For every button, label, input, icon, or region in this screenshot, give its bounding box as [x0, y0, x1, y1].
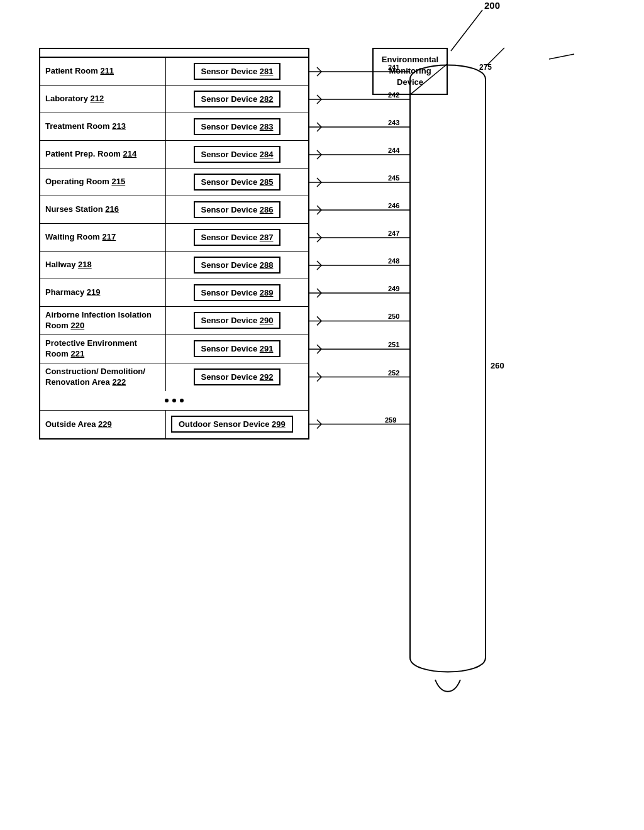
emd-box: EnvironmentalMonitoringDevice: [372, 48, 448, 95]
sensor-cell-10: Sensor Device 291: [166, 335, 308, 363]
svg-text:252: 252: [388, 369, 399, 377]
sensor-cell-6: Sensor Device 287: [166, 224, 308, 251]
sensor-box-7: Sensor Device 288: [194, 257, 281, 274]
room-cell-10: Protective Environment Room 221: [40, 335, 166, 363]
svg-text:251: 251: [388, 341, 399, 348]
outdoor-row: Outside Area 229 Outdoor Sensor Device 2…: [40, 411, 308, 438]
room-cell-3: Patient Prep. Room 214: [40, 141, 166, 168]
outdoor-sensor-cell: Outdoor Sensor Device 299: [166, 411, 308, 438]
emd-title: EnvironmentalMonitoringDevice: [382, 55, 438, 87]
room-name-10: Protective Environment Room 221: [45, 338, 160, 360]
room-name-0: Patient Room 211: [45, 66, 114, 77]
sensor-cell-9: Sensor Device 290: [166, 307, 308, 335]
sensor-cell-8: Sensor Device 289: [166, 279, 308, 306]
main-layout: Patient Room 211Sensor Device 281Laborat…: [39, 48, 605, 440]
sensor-box-3: Sensor Device 284: [194, 146, 281, 163]
room-cell-2: Treatment Room 213: [40, 113, 166, 140]
room-name-1: Laboratory 212: [45, 94, 104, 104]
dots-row: [40, 391, 308, 411]
sensor-cell-0: Sensor Device 281: [166, 58, 308, 85]
sensor-cell-3: Sensor Device 284: [166, 141, 308, 168]
svg-text:275: 275: [479, 63, 492, 72]
facility-row-3: Patient Prep. Room 214Sensor Device 284: [40, 141, 308, 169]
svg-text:246: 246: [388, 202, 399, 209]
svg-text:243: 243: [388, 119, 399, 126]
outdoor-area-name: Outside Area 229: [45, 419, 112, 429]
svg-text:247: 247: [388, 230, 399, 237]
dot-1: [165, 399, 169, 402]
svg-line-3: [486, 48, 504, 67]
facility-row-0: Patient Room 211Sensor Device 281: [40, 58, 308, 86]
sensor-cell-1: Sensor Device 282: [166, 86, 308, 113]
dot-3: [180, 399, 184, 402]
facility-row-1: Laboratory 212Sensor Device 282: [40, 86, 308, 113]
room-cell-8: Pharmacy 219: [40, 279, 166, 306]
facility-row-5: Nurses Station 216Sensor Device 286: [40, 196, 308, 224]
facility-row-2: Treatment Room 213Sensor Device 283: [40, 113, 308, 141]
room-cell-7: Hallway 218: [40, 252, 166, 279]
room-cell-0: Patient Room 211: [40, 58, 166, 85]
sensor-box-4: Sensor Device 285: [194, 174, 281, 191]
room-cell-9: Airborne Infection Isolation Room 220: [40, 307, 166, 335]
room-name-2: Treatment Room 213: [45, 121, 126, 132]
svg-text:260: 260: [491, 361, 504, 370]
page-header: [0, 0, 644, 16]
room-cell-11: Construction/ Demolition/ Renovation Are…: [40, 363, 166, 391]
svg-text:244: 244: [388, 147, 400, 154]
room-name-4: Operating Room 215: [45, 177, 125, 187]
room-name-3: Patient Prep. Room 214: [45, 149, 136, 160]
room-name-8: Pharmacy 219: [45, 287, 100, 298]
room-name-6: Waiting Room 217: [45, 232, 116, 243]
outdoor-sensor-box: Outdoor Sensor Device 299: [171, 416, 293, 433]
sensor-cell-11: Sensor Device 292: [166, 363, 308, 391]
sensor-cell-7: Sensor Device 288: [166, 252, 308, 279]
facility-row-4: Operating Room 215Sensor Device 285: [40, 169, 308, 196]
outdoor-sensor-num: 299: [272, 419, 286, 429]
svg-text:249: 249: [388, 285, 399, 292]
sensor-box-9: Sensor Device 290: [194, 312, 281, 329]
room-name-7: Hallway 218: [45, 260, 92, 270]
facility-row-10: Protective Environment Room 221Sensor De…: [40, 335, 308, 363]
svg-text:248: 248: [388, 257, 399, 265]
facility-row-11: Construction/ Demolition/ Renovation Are…: [40, 363, 308, 391]
diagram-area: Patient Room 211Sensor Device 281Laborat…: [39, 48, 605, 440]
sensor-cell-5: Sensor Device 286: [166, 196, 308, 223]
facility-row-6: Waiting Room 217Sensor Device 287: [40, 224, 308, 252]
facility-box: Patient Room 211Sensor Device 281Laborat…: [39, 48, 309, 440]
sensor-box-6: Sensor Device 287: [194, 229, 281, 246]
room-name-5: Nurses Station 216: [45, 204, 119, 215]
room-cell-4: Operating Room 215: [40, 169, 166, 196]
sensor-box-1: Sensor Device 282: [194, 91, 281, 108]
facility-row-8: Pharmacy 219Sensor Device 289: [40, 279, 308, 307]
room-cell-5: Nurses Station 216: [40, 196, 166, 223]
sensor-box-8: Sensor Device 289: [194, 284, 281, 301]
svg-text:250: 250: [388, 313, 399, 320]
room-name-11: Construction/ Demolition/ Renovation Are…: [45, 367, 160, 388]
sensor-box-11: Sensor Device 292: [194, 368, 281, 385]
sensor-cell-4: Sensor Device 285: [166, 169, 308, 196]
dot-2: [172, 399, 176, 402]
room-name-9: Airborne Infection Isolation Room 220: [45, 310, 160, 331]
outdoor-area-num: 229: [98, 419, 112, 429]
sensor-box-2: Sensor Device 283: [194, 118, 281, 135]
facility-row-9: Airborne Infection Isolation Room 220Sen…: [40, 307, 308, 335]
right-side: EnvironmentalMonitoringDevice 2602752412…: [309, 48, 605, 95]
facility-row-7: Hallway 218Sensor Device 288: [40, 252, 308, 279]
sensor-box-10: Sensor Device 291: [194, 340, 281, 357]
room-cell-6: Waiting Room 217: [40, 224, 166, 251]
outdoor-room-cell: Outside Area 229: [40, 411, 166, 438]
room-cell-1: Laboratory 212: [40, 86, 166, 113]
sensor-box-0: Sensor Device 281: [194, 63, 281, 80]
svg-text:245: 245: [388, 174, 399, 182]
sensor-cell-2: Sensor Device 283: [166, 113, 308, 140]
svg-text:259: 259: [385, 416, 396, 424]
facility-title: [40, 49, 308, 58]
sensor-box-5: Sensor Device 286: [194, 201, 281, 218]
